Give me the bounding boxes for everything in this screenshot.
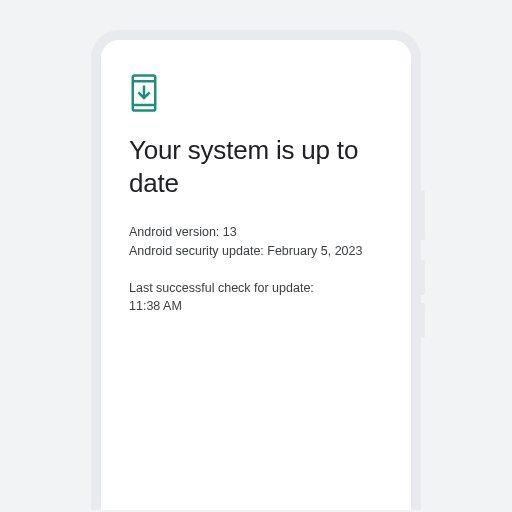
- last-check-label: Last successful check for update:: [129, 279, 383, 298]
- system-update-screen: Your system is up to date Android versio…: [101, 40, 411, 354]
- security-update-line: Android security update: February 5, 202…: [129, 242, 383, 261]
- page-title: Your system is up to date: [129, 134, 383, 199]
- system-update-icon: [129, 74, 383, 116]
- volume-down-decoration: [421, 303, 425, 338]
- last-check-time: 11:38 AM: [129, 297, 383, 316]
- volume-up-decoration: [421, 260, 425, 295]
- phone-frame: Your system is up to date Android versio…: [91, 30, 421, 510]
- power-button-decoration: [421, 190, 425, 240]
- phone-side-buttons: [421, 190, 425, 346]
- version-info-block: Android version: 13 Android security upd…: [129, 223, 383, 261]
- last-check-block: Last successful check for update: 11:38 …: [129, 279, 383, 317]
- android-version-line: Android version: 13: [129, 223, 383, 242]
